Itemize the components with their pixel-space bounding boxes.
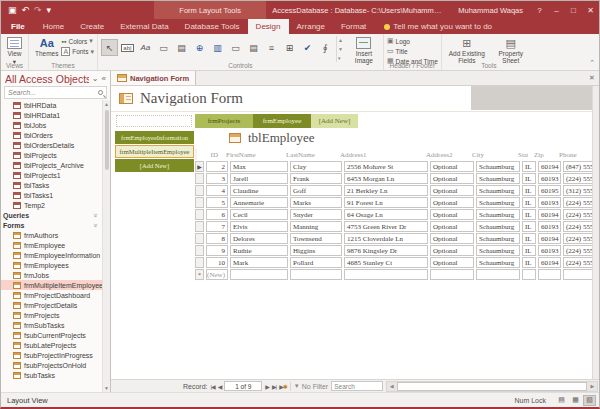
sidebar-item-frmauthors[interactable]: frmAuthors [1, 230, 110, 240]
next-record-button[interactable]: ▶ [265, 383, 269, 390]
navigation-control-icon[interactable]: ▥ [209, 39, 226, 56]
label-icon[interactable]: Aa [137, 39, 154, 56]
pane-scroll-down-icon[interactable]: ▼ [104, 384, 109, 392]
ribbon-collapse-icon[interactable]: ⌃ [589, 59, 595, 67]
previous-record-button[interactable]: ◀ [218, 383, 222, 390]
gallery-up-icon[interactable]: ▲ [338, 37, 343, 43]
cell[interactable]: 91 Forest Ln [344, 197, 428, 208]
controls-gallery-scroll[interactable]: ▲ ▼ ▾ [336, 36, 344, 62]
column-header-address1[interactable]: Address1 [337, 149, 421, 160]
tab-control-icon[interactable]: ▤ [173, 39, 190, 56]
cell[interactable]: 60194 [538, 233, 561, 244]
cell[interactable]: Elvis [230, 221, 288, 232]
cell[interactable]: 10 [206, 257, 228, 268]
sidebar-item-tbltasks1[interactable]: tblTasks1 [1, 190, 110, 200]
cell[interactable]: Optional [430, 161, 474, 172]
document-tab-navigation-form[interactable]: Navigation Form [111, 71, 196, 85]
cell[interactable]: Ruthie [230, 245, 288, 256]
document-close-icon[interactable]: ✕ [585, 71, 599, 85]
record-selector[interactable] [195, 185, 204, 196]
column-header-city[interactable]: City [469, 149, 513, 160]
sidebar-item-fsubtasks[interactable]: fsubTasks [1, 370, 110, 380]
table-row[interactable]: ▶2MaxClay2556 Mohave StOptionalSchaumbur… [195, 161, 592, 172]
group-chevron-icon[interactable]: » [93, 213, 100, 217]
pane-shutter-icon[interactable]: « [102, 74, 106, 83]
cell[interactable]: Optional [430, 209, 474, 220]
cell[interactable]: Optional [430, 173, 474, 184]
cell[interactable]: 60194 [538, 257, 561, 268]
column-header-stat[interactable]: Stat [515, 149, 529, 160]
cell[interactable]: IL [522, 209, 536, 220]
cell[interactable] [344, 269, 428, 280]
sidebar-item-tblhrdata[interactable]: tblHRData [1, 100, 110, 110]
qat-dropdown-icon[interactable]: ▾ [47, 5, 52, 15]
hyperlink-icon[interactable]: ⊕ [191, 39, 208, 56]
cell[interactable]: IL [522, 257, 536, 268]
attachment-icon[interactable]: ∮ [317, 39, 334, 56]
hscroll-thumb[interactable] [397, 382, 587, 391]
cell[interactable]: Schaumburg [476, 233, 520, 244]
cell[interactable] [430, 269, 474, 280]
hscroll-right-icon[interactable]: ▶ [588, 383, 597, 389]
cell[interactable]: 21 Berkley Ln [344, 185, 428, 196]
record-selector[interactable]: ▶ [195, 161, 204, 172]
sidebar-item-frmemployees[interactable]: frmEmployees [1, 260, 110, 270]
cell[interactable]: 60193 [538, 221, 561, 232]
cell[interactable]: Schaumburg [476, 209, 520, 220]
hscroll-left-icon[interactable]: ◀ [387, 383, 396, 389]
cell[interactable]: Optional [430, 185, 474, 196]
cell[interactable]: (224) 555-1111 [563, 197, 592, 208]
sidebar-item-tblprojects-archive[interactable]: tblProjects_Archive [1, 160, 110, 170]
cell[interactable] [230, 269, 288, 280]
cell[interactable]: (224) 555-9876 [563, 257, 592, 268]
cell[interactable]: Delores [230, 233, 288, 244]
sidebar-group-forms[interactable]: Forms» [1, 220, 110, 230]
last-record-button[interactable]: ▶| [272, 383, 276, 390]
search-icon[interactable] [98, 90, 103, 95]
cell[interactable]: Townsend [290, 233, 342, 244]
cell[interactable]: Jarell [230, 173, 288, 184]
text-box-icon[interactable]: ab| [119, 39, 136, 56]
cell[interactable]: Schaumburg [476, 221, 520, 232]
cell[interactable]: 9876 Kingsley Dr [344, 245, 428, 256]
cell[interactable]: 7 [206, 221, 228, 232]
cell[interactable]: 6453 Morgan Ln [344, 173, 428, 184]
table-row-new[interactable]: *(New) [195, 269, 592, 280]
cell[interactable]: 4 [206, 185, 228, 196]
nav-tab-frmemployeeinformation[interactable]: frmEmployeeInformation [115, 131, 194, 144]
cell[interactable]: IL [522, 185, 536, 196]
ribbon-tab-external-data[interactable]: External Data [112, 19, 176, 34]
cell[interactable]: 1215 Cloverdale Ln [344, 233, 428, 244]
pane-scrollbar[interactable]: ▲ ▼ [102, 100, 110, 392]
cell[interactable]: Optional [430, 197, 474, 208]
cell[interactable]: Optional [430, 245, 474, 256]
table-row[interactable]: 5AnnemarieMarks91 Forest LnOptionalSchau… [195, 197, 592, 208]
record-selector[interactable] [195, 245, 204, 256]
cell[interactable]: Optional [430, 233, 474, 244]
cell[interactable] [290, 269, 342, 280]
sidebar-item-tblprojects[interactable]: tblProjects [1, 150, 110, 160]
column-header-id[interactable]: ID [199, 149, 221, 160]
pane-menu-icon[interactable]: ⌄ [92, 74, 99, 83]
gallery-down-icon[interactable]: ▼ [338, 46, 343, 52]
table-row[interactable]: 3JarellFrank6453 Morgan LnOptionalSchaum… [195, 173, 592, 184]
maximize-icon[interactable]: □ [565, 1, 582, 19]
cell[interactable]: IL [522, 161, 536, 172]
ribbon-tab-format[interactable]: Format [333, 19, 374, 34]
cell[interactable]: 2556 Mohave St [344, 161, 428, 172]
record-position[interactable]: 1 of 9 [224, 381, 262, 391]
ribbon-tab-arrange[interactable]: Arrange [289, 19, 333, 34]
sidebar-item-tblprojects1[interactable]: tblProjects1 [1, 170, 110, 180]
ribbon-tab-file[interactable]: File [1, 19, 35, 34]
themes-button[interactable]: Aa Themes [32, 36, 61, 58]
record-selector[interactable] [195, 209, 204, 220]
cell[interactable]: 8 [206, 233, 228, 244]
nav-tab-frmemployee[interactable]: frmEmployee [253, 114, 311, 128]
cell[interactable]: IL [522, 245, 536, 256]
cell[interactable]: 6 [206, 209, 228, 220]
cell[interactable]: Schaumburg [476, 173, 520, 184]
cell[interactable]: (224) 555-6255 [563, 221, 592, 232]
cell[interactable]: Optional [430, 221, 474, 232]
cell[interactable]: IL [522, 173, 536, 184]
colors-button[interactable]: ▪▪ Colors ▾ [61, 37, 93, 45]
